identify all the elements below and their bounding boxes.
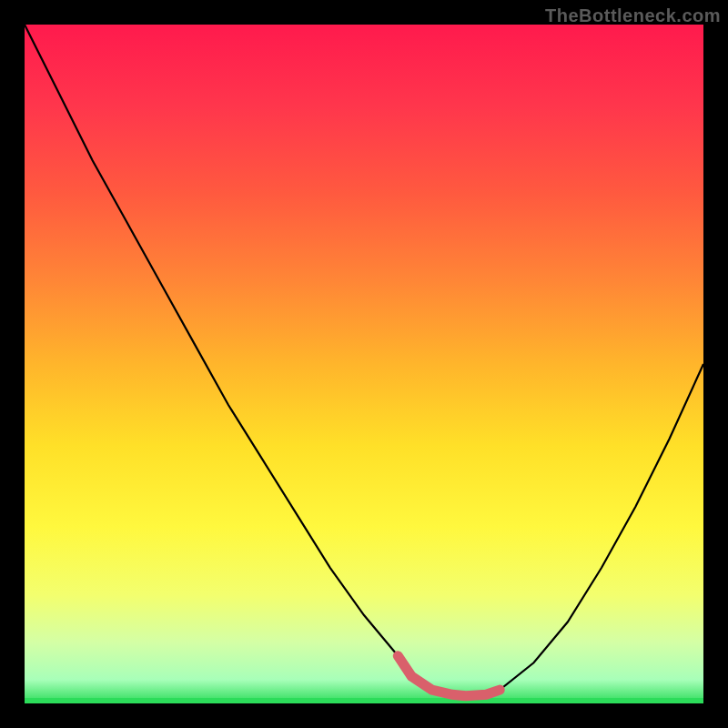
chart-stage: TheBottleneck.com xyxy=(0,0,728,728)
plot-background xyxy=(25,25,703,703)
baseline-strip xyxy=(25,698,703,703)
watermark-text: TheBottleneck.com xyxy=(545,5,721,26)
bottleneck-plot-svg xyxy=(0,0,728,728)
